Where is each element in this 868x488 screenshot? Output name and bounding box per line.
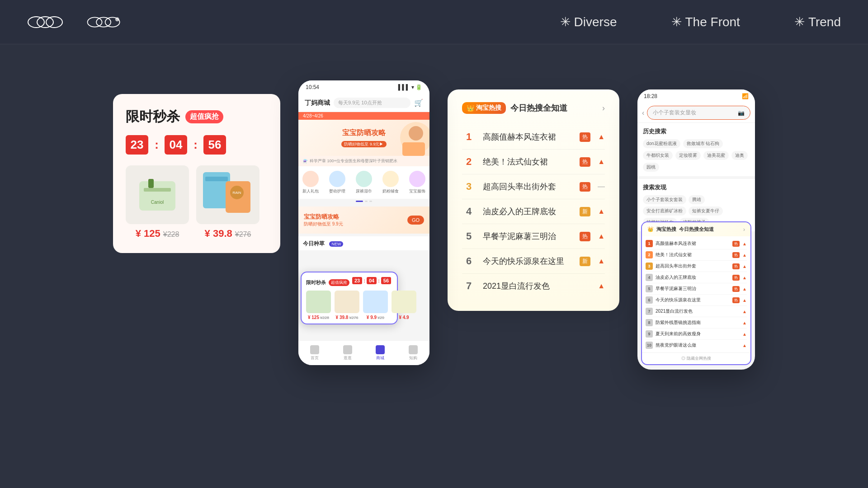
category-item-3[interactable]: 尿裤湿巾 <box>356 171 372 194</box>
nav-shop[interactable]: 商城 <box>376 345 385 361</box>
product-item-2[interactable]: RAIN ¥ 39.8 ¥276 <box>196 165 259 239</box>
right-hot-4: 热 <box>732 275 740 281</box>
hot-search-item-6[interactable]: 6 今天的快乐源泉在这里 新 ▲ <box>462 249 605 274</box>
timer-minutes: 04 <box>165 135 187 155</box>
hist-tag-3[interactable]: 牛都织女装 <box>643 151 673 160</box>
category-item-4[interactable]: 奶粉辅食 <box>382 171 399 194</box>
hist-tag-1[interactable]: don花蜜粉底液 <box>643 139 680 148</box>
right-item-4[interactable]: 4 油皮必入的王牌底妆 热 ▲ <box>646 272 747 283</box>
mini-img-4 <box>392 291 416 313</box>
right-search-input[interactable]: 小个子套装女显妆 📷 <box>647 106 750 120</box>
right-item-6[interactable]: 6 今天的快乐源泉在这里 热 ▲ <box>646 295 747 306</box>
trend-up-4: ▲ <box>598 207 605 216</box>
date-label: 4/28~4/26 <box>303 113 323 118</box>
right-rank-8: 8 <box>646 319 653 326</box>
right-item-9[interactable]: 9 夏天到来前的高效瘦身 ▲ <box>646 328 747 340</box>
cart-icon[interactable]: 🛒 <box>414 99 423 107</box>
hist-tag-7[interactable]: 园桃 <box>643 163 659 172</box>
hot-search-item-7[interactable]: 7 2021显白流行发色 ▲ <box>462 274 605 298</box>
science-claim: ⚗️ 科学严章 100+位专业医生和母婴深叶子营销肥水 <box>298 156 429 166</box>
right-text-3: 超高回头率出街外套 <box>656 263 730 269</box>
mobile-main-banner[interactable]: 宝宝防晒攻略 防晒好物低至 9.9元▶ <box>298 120 429 156</box>
hot-search-item-1[interactable]: 1 高颜值赫本风连衣裙 热 ▲ <box>462 125 605 150</box>
category-item-5[interactable]: 宝宝服饰 <box>409 171 425 194</box>
nav-item-trend[interactable]: ✳ Trend <box>794 14 841 29</box>
hist-tag-2[interactable]: 救敛城市 钻石狗 <box>683 139 723 148</box>
category-item-1[interactable]: 新人礼包 <box>302 171 319 194</box>
mini-product-3[interactable]: ¥ 9.9 ¥29 <box>363 291 388 320</box>
hist-tag-4[interactable]: 定妆喷雾 <box>675 151 701 160</box>
product-img-2: RAIN <box>196 165 259 224</box>
right-item-7[interactable]: 7 2021显白流行发色 ▲ <box>646 306 747 317</box>
right-text-2: 绝美！法式仙女裙 <box>656 252 730 258</box>
right-item-3[interactable]: 3 超高回头率出街外套 热 ▲ <box>646 261 747 272</box>
product-item-1[interactable]: Caniol ¥ 125 ¥228 <box>126 165 189 239</box>
category-item-2[interactable]: 婴幼护理 <box>329 171 345 194</box>
mobile-time: 10:54 <box>306 84 319 90</box>
category-icon-4 <box>382 171 399 187</box>
mini-product-4[interactable]: ¥ 4.9 <box>392 291 416 320</box>
hot-search-item-3[interactable]: 3 超高回头率出街外套 热 — <box>462 174 605 199</box>
product-img-1: Caniol <box>126 165 189 224</box>
right-rank-9: 9 <box>646 330 653 338</box>
mini-product-2[interactable]: ¥ 39.8 ¥276 <box>335 291 359 320</box>
svg-point-2 <box>46 17 62 28</box>
today-herb: 今日种草 NEW <box>298 236 429 250</box>
price-original-2: ¥276 <box>235 230 251 239</box>
nav-diverse-label: Diverse <box>574 15 617 29</box>
mini-header: 限时秒杀 超值疯抢 23 : 04 : 56 <box>306 277 392 288</box>
disc-tag-1[interactable]: 小个子套装女套装 <box>643 195 686 204</box>
nav-home[interactable]: 首页 <box>310 345 319 361</box>
nav-discover[interactable]: 知购 <box>409 345 418 361</box>
mobile-status-bar: 10:54 ▌▌▌ ▾ 🔋 <box>298 80 429 94</box>
right-rank-3: 3 <box>646 263 653 270</box>
hist-tag-5[interactable]: 迪美花蜜 <box>703 151 729 160</box>
promo-text-block: 宝宝防晒攻略 防晒好物低至 9.9元 <box>304 213 343 227</box>
right-text-10: 熬夜党护眼请这么做 <box>656 342 740 348</box>
hist-tag-6[interactable]: 迪奥 <box>731 151 748 160</box>
disc-tag-3[interactable]: 安全打底裤矿冰粉 <box>643 206 686 216</box>
mobile-promo-banner[interactable]: 宝宝防晒攻略 防晒好物低至 9.9元 GO <box>298 206 429 234</box>
category-icon-2 <box>329 171 345 187</box>
hot-search-item-5[interactable]: 5 早餐芋泥麻薯三明治 热 ▲ <box>462 224 605 249</box>
right-item-1[interactable]: 1 高颜值赫本风连衣裙 热 ▲ <box>646 238 747 249</box>
new-badge: NEW <box>329 241 343 247</box>
products-row: Caniol ¥ 125 ¥228 RAIN <box>126 165 268 239</box>
category-label-4: 奶粉辅食 <box>382 188 399 194</box>
promo-title: 宝宝防晒攻略 <box>304 213 343 221</box>
hide-button[interactable]: ◎ 隐藏全网热搜 <box>642 352 750 364</box>
disc-tag-2[interactable]: 腾靖 <box>689 195 705 204</box>
nav-browse[interactable]: 逛逛 <box>343 345 352 361</box>
hot-badge-2: 热 <box>580 157 590 167</box>
svg-rect-7 <box>139 181 175 211</box>
hot-search-item-4[interactable]: 4 油皮必入的王牌底妆 新 ▲ <box>462 199 605 224</box>
right-rank-4: 4 <box>646 274 653 281</box>
right-item-10[interactable]: 10 熬夜党护眼请这么做 ▲ <box>646 340 747 351</box>
logo-1-icon[interactable] <box>27 11 63 33</box>
camera-icon[interactable]: 📷 <box>738 110 745 116</box>
hot-search-item-2[interactable]: 2 绝美！法式仙女裙 热 ▲ <box>462 150 605 174</box>
nav-shop-label: 商城 <box>376 355 384 361</box>
search-bar[interactable]: 每天9.9元 10点开抢 <box>334 98 410 108</box>
nav-item-diverse[interactable]: ✳ Diverse <box>560 14 617 29</box>
mini-product-1[interactable]: ¥ 125 ¥228 <box>306 291 331 320</box>
search-hint: 每天9.9元 10点开抢 <box>338 100 382 105</box>
rank-5: 5 <box>462 230 476 242</box>
mini-orig-1: ¥228 <box>320 315 329 320</box>
right-popup-chevron[interactable]: › <box>743 226 745 233</box>
chevron-right-icon[interactable]: › <box>602 103 605 113</box>
right-rank-10: 10 <box>646 342 653 349</box>
disc-tag-4[interactable]: 短裤女夏牛仔 <box>689 206 723 216</box>
right-item-8[interactable]: 8 防紫外线墨镜挑选指南 ▲ <box>646 317 747 328</box>
right-item-2[interactable]: 2 绝美！法式仙女裙 热 ▲ <box>646 249 747 261</box>
go-button[interactable]: GO <box>407 216 424 225</box>
right-item-5[interactable]: 5 早餐芋泥麻薯三明治 热 ▲ <box>646 283 747 295</box>
science-text: 科学严章 100+位专业医生和母婴深叶子营销肥水 <box>310 158 397 164</box>
right-text-9: 夏天到来前的高效瘦身 <box>656 331 740 337</box>
right-up-8: ▲ <box>742 320 747 325</box>
nav-item-the-front[interactable]: ✳ The Front <box>671 14 740 29</box>
hot-text-7: 2021显白流行发色 <box>483 281 590 291</box>
back-icon[interactable]: ‹ <box>642 109 644 117</box>
logo-2-icon[interactable] <box>86 11 122 33</box>
rank-4: 4 <box>462 206 476 217</box>
